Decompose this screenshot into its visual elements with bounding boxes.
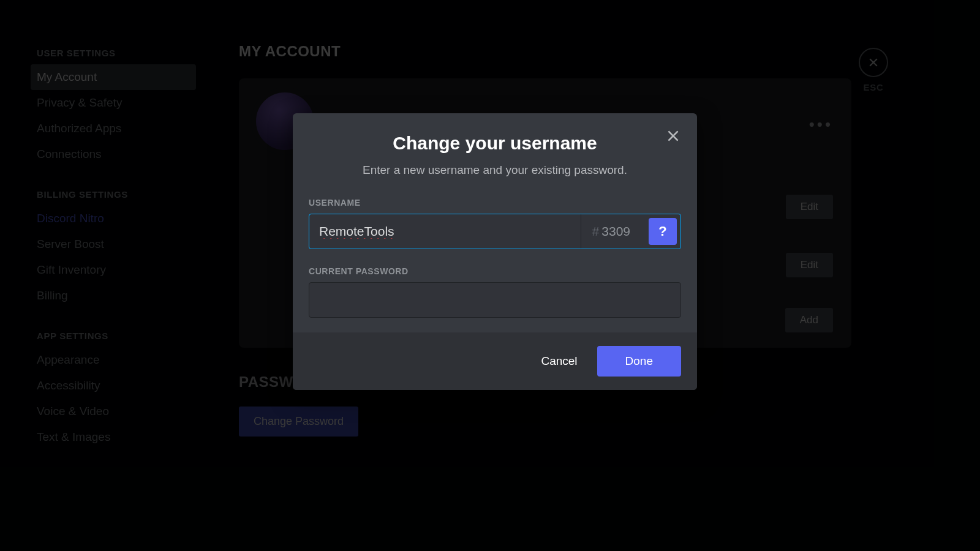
- modal-close-button[interactable]: [665, 128, 681, 146]
- question-icon: ?: [658, 223, 666, 239]
- modal-subtitle: Enter a new username and your existing p…: [309, 163, 681, 177]
- done-button[interactable]: Done: [597, 346, 681, 377]
- discriminator: # 3309: [581, 214, 641, 249]
- username-field-label: USERNAME: [309, 198, 681, 208]
- discriminator-help-button[interactable]: ?: [649, 218, 677, 245]
- close-icon: [665, 128, 681, 144]
- username-input[interactable]: [309, 214, 581, 249]
- current-password-input[interactable]: [309, 282, 681, 318]
- change-username-modal: Change your username Enter a new usernam…: [293, 113, 697, 390]
- discriminator-value: 3309: [601, 224, 630, 239]
- discriminator-hash: #: [592, 224, 600, 239]
- cancel-button[interactable]: Cancel: [538, 347, 579, 375]
- password-field-label: CURRENT PASSWORD: [309, 266, 681, 276]
- modal-footer: Cancel Done: [293, 332, 697, 390]
- modal-title: Change your username: [309, 133, 681, 154]
- username-field-wrapper: # 3309 ?: [309, 214, 681, 249]
